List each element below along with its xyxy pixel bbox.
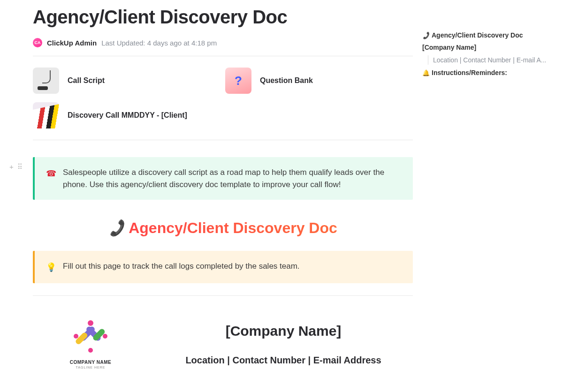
author-name[interactable]: ClickUp Admin xyxy=(47,39,97,47)
logo-company-name: COMPANY NAME xyxy=(46,360,135,365)
company-contact-line[interactable]: Location | Contact Number | E-mail Addre… xyxy=(154,355,413,366)
card-thumb xyxy=(33,102,59,128)
phone-icon: 📞 xyxy=(422,31,430,39)
last-updated-label: Last Updated: xyxy=(101,39,145,47)
last-updated: Last Updated: 4 days ago at 4:18 pm xyxy=(101,39,217,47)
drag-handle[interactable]: ⠿ xyxy=(17,163,23,171)
callout-yellow[interactable]: 💡 Fill out this page to track the call l… xyxy=(33,251,413,283)
toc-label: Agency/Client Discovery Doc xyxy=(432,31,523,39)
divider xyxy=(33,56,413,56)
author-avatar[interactable]: CA xyxy=(33,38,42,47)
svg-point-1 xyxy=(74,334,78,339)
toc-item-instructions[interactable]: 🔔 Instructions/Reminders: xyxy=(422,67,549,79)
block-gutter: + ⠿ xyxy=(9,163,23,171)
doc-heading-text: Agency/Client Discovery Doc xyxy=(129,219,337,237)
card-thumb: ? xyxy=(225,68,251,94)
page-title: Agency/Client Discovery Doc xyxy=(33,7,413,28)
callout-text: Fill out this page to track the call log… xyxy=(63,260,300,274)
subpage-cards: Call Script ? Question Bank Discovery Ca… xyxy=(33,68,413,128)
divider xyxy=(33,140,413,140)
company-section: COMPANY NAME TAGLINE HERE [Company Name]… xyxy=(33,319,413,369)
card-call-script[interactable]: Call Script xyxy=(33,68,202,94)
callout-text: Salespeople utilize a discovery call scr… xyxy=(63,166,402,190)
divider xyxy=(33,295,413,296)
svg-point-0 xyxy=(88,320,93,326)
callout-green[interactable]: ☎ Salespeople utilize a discovery call s… xyxy=(33,157,413,200)
last-updated-value: 4 days ago at 4:18 pm xyxy=(145,39,217,47)
toc-label: Instructions/Reminders: xyxy=(432,69,507,76)
company-logo: COMPANY NAME TAGLINE HERE xyxy=(46,319,135,369)
toc-label: [Company Name] xyxy=(422,44,476,51)
logo-tagline: TAGLINE HERE xyxy=(46,366,135,369)
bell-icon: 🔔 xyxy=(422,69,430,76)
toc-item-doc[interactable]: 📞 Agency/Client Discovery Doc xyxy=(422,29,549,41)
company-name-heading[interactable]: [Company Name] xyxy=(154,323,413,339)
phone-icon: 📞 xyxy=(107,218,127,238)
card-thumb xyxy=(33,68,59,94)
toc-item-company[interactable]: [Company Name] xyxy=(422,41,549,53)
outline-sidebar: 📞 Agency/Client Discovery Doc [Company N… xyxy=(413,0,554,369)
lightbulb-icon: 💡 xyxy=(46,261,56,274)
card-label: Question Bank xyxy=(260,76,313,85)
svg-point-3 xyxy=(88,348,93,353)
phone-classic-icon: ☎ xyxy=(46,167,56,190)
svg-point-2 xyxy=(103,334,107,339)
doc-heading[interactable]: 📞 Agency/Client Discovery Doc xyxy=(33,219,413,237)
card-label: Call Script xyxy=(68,76,105,85)
add-block-button[interactable]: + xyxy=(9,163,14,171)
toc-subitem-contact[interactable]: Location | Contact Number | E-mail A... xyxy=(428,55,549,65)
card-label: Discovery Call MMDDYY - [Client] xyxy=(68,111,187,120)
logo-mark-icon xyxy=(69,319,112,357)
card-discovery-call[interactable]: Discovery Call MMDDYY - [Client] xyxy=(33,102,267,128)
card-question-bank[interactable]: ? Question Bank xyxy=(225,68,394,94)
